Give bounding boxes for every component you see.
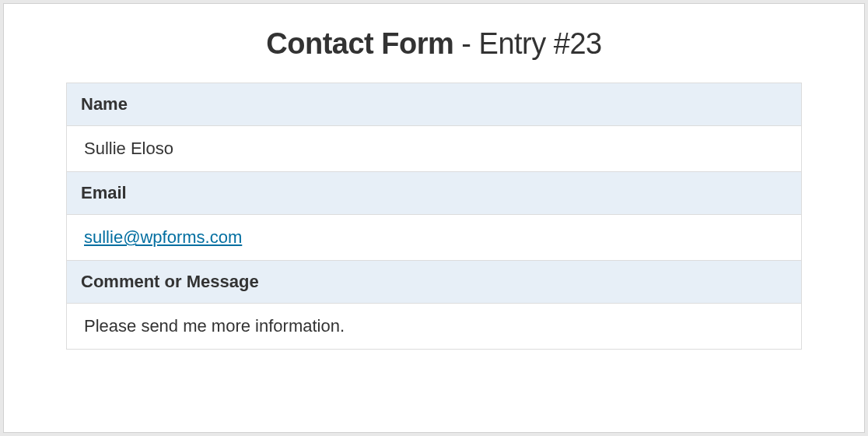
email-link[interactable]: sullie@wpforms.com	[84, 227, 242, 247]
field-value-name: Sullie Eloso	[67, 126, 801, 172]
entry-number: Entry #23	[479, 27, 602, 60]
title-separator: -	[453, 27, 478, 60]
field-value-comment: Please send me more information.	[67, 304, 801, 349]
page-title: Contact Form - Entry #23	[66, 27, 802, 61]
field-value-email-container: sullie@wpforms.com	[67, 215, 801, 261]
entry-card: Contact Form - Entry #23 Name Sullie Elo…	[3, 3, 865, 433]
field-label-comment: Comment or Message	[67, 261, 801, 304]
field-label-name: Name	[67, 83, 801, 126]
field-label-email: Email	[67, 172, 801, 215]
entry-fields-table: Name Sullie Eloso Email sullie@wpforms.c…	[66, 83, 802, 350]
form-name: Contact Form	[266, 27, 453, 60]
